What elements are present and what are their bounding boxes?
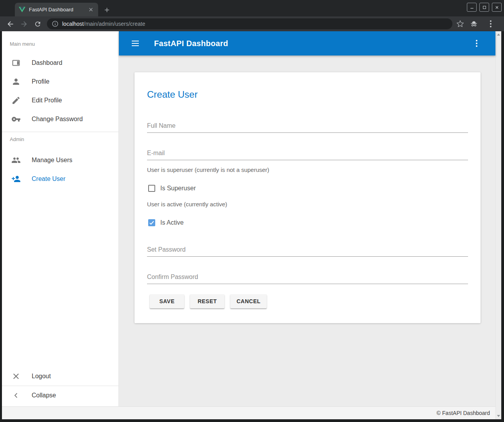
checkbox-checked-icon[interactable]	[148, 219, 155, 226]
vue-logo-icon	[19, 7, 25, 13]
page-title: Create User	[147, 89, 468, 100]
sidebar-item-profile[interactable]: Profile	[2, 72, 118, 91]
set-password-field[interactable]: Set Password	[147, 246, 468, 257]
minimize-button[interactable]	[467, 3, 477, 12]
confirm-password-field[interactable]: Confirm Password	[147, 273, 468, 284]
new-tab-button[interactable]	[102, 5, 112, 15]
tab-close-icon[interactable]	[88, 6, 94, 13]
is-active-label: Is Active	[160, 219, 184, 226]
sidebar-item-create-user[interactable]: Create User	[2, 170, 118, 188]
browser-menu-icon[interactable]	[484, 17, 498, 31]
page-info-icon[interactable]	[52, 20, 59, 27]
sidebar-item-change-password[interactable]: Change Password	[2, 110, 118, 129]
sidebar-section-main-menu: Main menu	[2, 41, 118, 47]
dashboard-icon	[11, 58, 21, 68]
full-name-label: Full Name	[147, 122, 468, 129]
checkbox-unchecked-icon[interactable]	[148, 185, 155, 192]
hamburger-menu-icon[interactable]	[128, 36, 142, 50]
is-superuser-checkbox[interactable]: Is Superuser	[147, 185, 468, 192]
sidebar: Main menu Dashboard Profile	[2, 31, 119, 406]
people-icon	[11, 156, 21, 165]
url-text[interactable]: localhost/main/admin/users/create	[62, 21, 145, 27]
main-content: FastAPI Dashboard Create User Full Name …	[119, 31, 495, 406]
close-icon	[11, 372, 21, 381]
confirm-password-label: Confirm Password	[147, 273, 468, 281]
is-active-checkbox[interactable]: Is Active	[147, 219, 468, 226]
browser-titlebar: FastAPI Dashboard	[0, 0, 504, 16]
pencil-icon	[11, 96, 21, 105]
incognito-icon	[470, 20, 478, 28]
scrollbar-up-icon[interactable]	[497, 34, 500, 36]
sidebar-item-collapse[interactable]: Collapse	[2, 386, 118, 405]
tab-title: FastAPI Dashboard	[29, 7, 88, 13]
sidebar-item-edit-profile[interactable]: Edit Profile	[2, 91, 118, 110]
appbar-title: FastAPI Dashboard	[154, 39, 228, 48]
address-bar[interactable]: localhost/main/admin/users/create	[47, 18, 452, 29]
page-scrollbar[interactable]	[495, 31, 501, 419]
forward-icon[interactable]	[18, 18, 29, 29]
full-name-field[interactable]: Full Name	[147, 122, 468, 133]
bookmark-star-icon[interactable]	[456, 20, 464, 28]
url-path: /main/admin/users/create	[84, 21, 145, 27]
window-controls	[467, 3, 502, 12]
set-password-label: Set Password	[147, 246, 468, 253]
sidebar-item-dashboard[interactable]: Dashboard	[2, 54, 118, 72]
url-host: localhost	[62, 21, 84, 27]
copyright-text: © FastAPI Dashboard	[437, 410, 490, 416]
appbar: FastAPI Dashboard	[119, 31, 495, 55]
sidebar-section-admin: Admin	[2, 136, 118, 143]
reset-button[interactable]: RESET	[190, 294, 224, 308]
web-page: Main menu Dashboard Profile	[2, 31, 501, 419]
email-field[interactable]: E-mail	[147, 149, 468, 160]
create-user-card: Create User Full Name E-mail User is sup…	[135, 72, 481, 323]
active-hint: User is active (currently active)	[147, 201, 468, 208]
cancel-button[interactable]: CANCEL	[230, 294, 267, 308]
superuser-hint: User is superuser (currently is not a su…	[147, 166, 468, 173]
browser-tab[interactable]: FastAPI Dashboard	[15, 3, 98, 16]
is-superuser-label: Is Superuser	[160, 185, 196, 192]
sidebar-item-manage-users[interactable]: Manage Users	[2, 151, 118, 170]
close-button[interactable]	[492, 3, 502, 12]
key-icon	[11, 114, 21, 124]
reload-icon[interactable]	[32, 18, 43, 29]
browser-toolbar: localhost/main/admin/users/create	[0, 16, 504, 31]
back-icon[interactable]	[5, 18, 16, 29]
person-icon	[11, 77, 21, 86]
sidebar-item-logout[interactable]: Logout	[2, 367, 118, 386]
chevron-left-icon	[11, 391, 21, 400]
sidebar-divider	[2, 132, 118, 132]
email-label: E-mail	[147, 149, 468, 157]
maximize-button[interactable]	[479, 3, 489, 12]
appbar-menu-icon[interactable]	[470, 36, 484, 50]
scrollbar-down-icon[interactable]	[497, 415, 500, 417]
save-button[interactable]: SAVE	[150, 294, 184, 308]
page-footer: © FastAPI Dashboard	[2, 406, 495, 419]
person-add-icon	[11, 174, 21, 184]
